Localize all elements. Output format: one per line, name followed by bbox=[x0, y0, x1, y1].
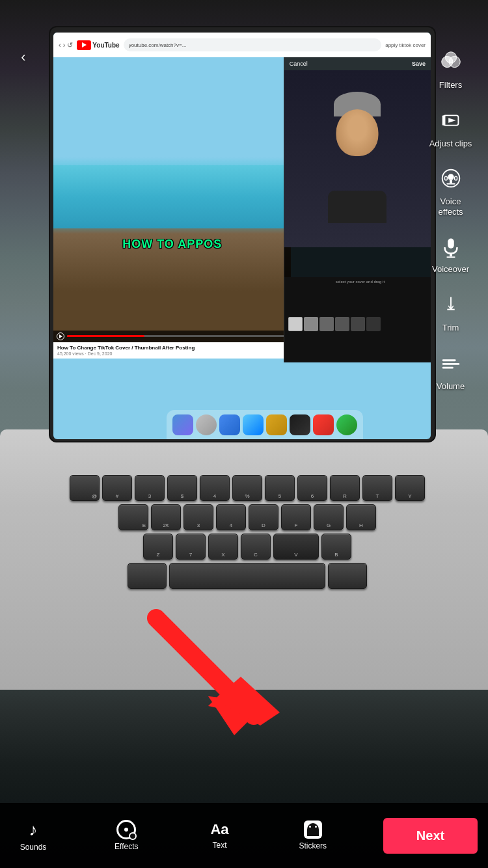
voiceover-icon bbox=[435, 230, 467, 262]
sidebar-item-voice-effects[interactable]: Voiceeffects bbox=[413, 156, 488, 223]
sidebar-item-trim[interactable]: Trim bbox=[413, 282, 488, 340]
filters-icon bbox=[435, 46, 467, 77]
yt-nav: ‹ › ↺ bbox=[59, 41, 73, 49]
video-info: How To Change TikTok Cover / Thumbnail A… bbox=[53, 342, 291, 359]
trim-label: Trim bbox=[442, 323, 459, 333]
sounds-icon: ♪ bbox=[29, 820, 38, 840]
svg-rect-15 bbox=[454, 176, 457, 180]
svg-rect-12 bbox=[450, 180, 452, 183]
effects-button[interactable]: Effects bbox=[103, 820, 149, 851]
sounds-label: Sounds bbox=[20, 843, 47, 852]
svg-rect-24 bbox=[442, 363, 459, 365]
svg-rect-25 bbox=[442, 367, 453, 369]
stickers-label: Stickers bbox=[299, 841, 327, 850]
back-icon: ‹ bbox=[21, 49, 25, 66]
tiktok-cancel[interactable]: Cancel bbox=[290, 61, 308, 67]
back-button[interactable]: ‹ bbox=[10, 44, 36, 70]
screen: ‹ › ↺ YouTube youtube.com/watch?v=... ap… bbox=[0, 0, 488, 868]
stickers-icon bbox=[304, 821, 322, 839]
laptop-screen: ‹ › ↺ YouTube youtube.com/watch?v=... ap… bbox=[53, 33, 431, 439]
svg-rect-23 bbox=[442, 360, 455, 362]
sidebar-item-volume[interactable]: Volume bbox=[413, 340, 488, 399]
filters-label: Filters bbox=[439, 80, 462, 90]
voiceover-label: Voiceover bbox=[432, 264, 469, 275]
sidebar-item-filters[interactable]: Filters bbox=[413, 39, 488, 98]
yt-logo: YouTube bbox=[77, 40, 119, 50]
mac-dock bbox=[167, 410, 363, 439]
beach-text: HOW TO APPOS bbox=[122, 237, 222, 251]
svg-rect-11 bbox=[448, 174, 454, 180]
text-button[interactable]: Aa Text bbox=[197, 821, 243, 850]
effects-icon bbox=[116, 820, 136, 839]
volume-icon bbox=[435, 347, 467, 379]
url-bar[interactable]: youtube.com/watch?v=... bbox=[124, 38, 382, 51]
svg-rect-14 bbox=[444, 176, 447, 180]
bottom-toolbar: ♪ Sounds Effects Aa Text Sticke bbox=[0, 803, 488, 868]
svg-rect-16 bbox=[448, 239, 454, 249]
youtube-bar: ‹ › ↺ YouTube youtube.com/watch?v=... ap… bbox=[53, 33, 431, 57]
right-sidebar: Filters Adjust clips bbox=[413, 39, 488, 399]
svg-rect-13 bbox=[446, 183, 455, 185]
text-label: Text bbox=[212, 841, 226, 850]
sounds-button[interactable]: ♪ Sounds bbox=[10, 820, 56, 852]
svg-point-6 bbox=[445, 52, 456, 63]
beach-video: HOW TO APPOS bbox=[53, 57, 291, 342]
adjust-clips-label: Adjust clips bbox=[429, 139, 472, 149]
effects-label: Effects bbox=[115, 842, 138, 851]
sidebar-item-adjust-clips[interactable]: Adjust clips bbox=[413, 98, 488, 156]
svg-rect-17 bbox=[450, 254, 452, 257]
voice-effects-label: Voiceeffects bbox=[438, 197, 463, 217]
svg-rect-18 bbox=[446, 257, 455, 258]
next-button[interactable]: Next bbox=[383, 818, 478, 854]
text-icon: Aa bbox=[210, 821, 228, 838]
sidebar-item-voiceover[interactable]: Voiceover bbox=[413, 223, 488, 282]
video-title: How To Change TikTok Cover / Thumbnail A… bbox=[57, 345, 287, 351]
svg-marker-8 bbox=[448, 118, 455, 123]
voice-effects-icon bbox=[435, 163, 467, 194]
tiktok-panel: Cancel Save select your cover and drag i… bbox=[284, 57, 431, 362]
keyboard: @ # 3 $ 4 % 5 6 R T Y E 2€ 3 4 D F G H Z… bbox=[26, 475, 468, 589]
adjust-clips-icon bbox=[435, 105, 467, 136]
volume-label: Volume bbox=[437, 381, 465, 392]
video-meta: 45,200 views · Dec 9, 2020 bbox=[57, 351, 287, 356]
svg-rect-9 bbox=[442, 116, 445, 126]
stickers-button[interactable]: Stickers bbox=[290, 821, 336, 850]
trim-icon bbox=[435, 289, 467, 320]
